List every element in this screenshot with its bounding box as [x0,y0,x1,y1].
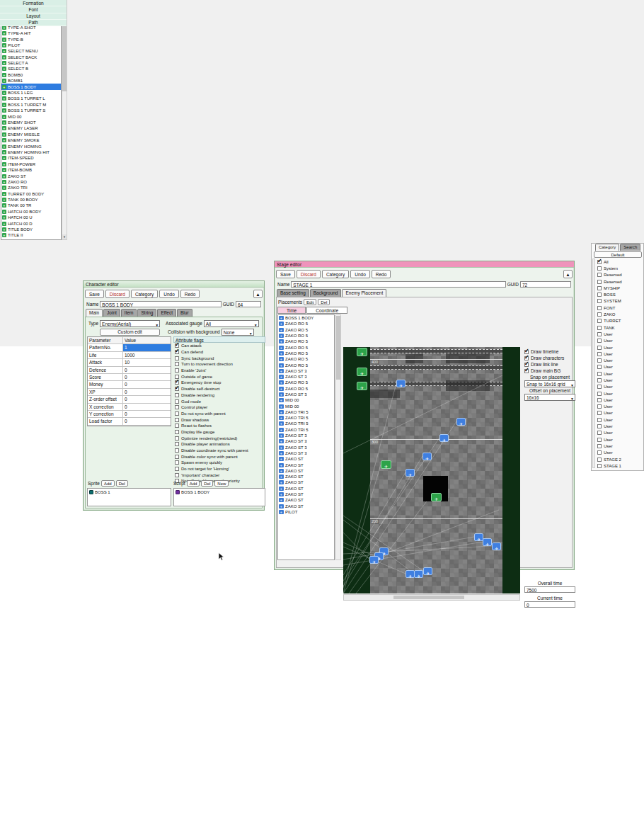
category-row[interactable]: TURRET [595,318,643,324]
placement-item[interactable]: ZAKO ST [278,486,334,492]
placement-item[interactable]: ZAKO TRI 5 [278,415,334,421]
placement-item[interactable]: ZAKO RO 5 [278,351,334,356]
flag-row[interactable]: Disable coordinate sync with parent [173,448,265,454]
flag-row[interactable]: God mode [173,398,265,404]
flag-checkbox[interactable] [175,473,179,477]
category-checkbox[interactable] [597,444,602,448]
category-checkbox[interactable] [597,292,602,297]
list-item[interactable]: SELECT B [1,66,61,72]
placement-item[interactable]: ZAKO ST 3 [278,374,334,380]
script-button[interactable]: Del [201,480,213,487]
category-checkbox[interactable] [597,352,602,356]
category-row[interactable]: TANK [595,324,643,331]
placement-item[interactable]: ZAKO TRI 5 [278,421,334,426]
placement-item[interactable]: ZAKO ST 3 [278,450,334,456]
draw-option-row[interactable]: Draw link line [524,361,575,368]
category-checkbox[interactable] [597,339,602,343]
flag-checkbox[interactable] [175,343,179,348]
scroll-thumb[interactable] [336,316,340,380]
list-item[interactable]: TITLE BODY [1,227,61,232]
flag-checkbox[interactable] [175,380,179,385]
category-checkbox[interactable] [597,358,602,363]
parameter-row[interactable]: Attack 10 [88,359,171,366]
category-list-scrollbar[interactable] [592,259,595,468]
parameter-value[interactable]: 0 [123,404,171,410]
category-checkbox[interactable] [597,458,602,462]
category-row[interactable]: User [595,397,643,403]
parameter-row[interactable]: Y correction 0 [88,411,171,418]
gauge-dropdown[interactable]: All [204,320,259,327]
placement-item[interactable]: ZAKO TRI 5 [278,409,334,415]
placement-item[interactable]: ZAKO ST [278,468,334,474]
category-checkbox[interactable] [597,438,602,442]
parameter-row[interactable]: Life 1000 [88,352,171,359]
flag-checkbox[interactable] [175,442,179,446]
placement-item[interactable]: ZAKO ST [278,456,334,462]
flag-row[interactable]: Display life gauge [173,429,265,436]
parameter-row[interactable]: Score 0 [88,374,171,381]
placement-button[interactable]: Del [318,299,330,305]
toolbar-button[interactable]: Undo [350,270,370,278]
offset-dropdown[interactable]: 16x16 [524,394,575,401]
list-item[interactable]: ENEMY HOMING [1,143,61,149]
placement-item[interactable]: BOSS 1 BODY [278,315,334,321]
flag-checkbox[interactable] [175,411,179,416]
category-checkbox[interactable] [597,398,602,402]
list-item[interactable]: SELECT BACK [1,55,61,60]
flag-row[interactable]: Do not sync with parent [173,411,265,417]
flag-row[interactable]: Spawn enemy quickly [173,460,265,466]
category-row[interactable]: User [595,390,643,397]
sidebar-bottom-button[interactable]: Font [0,6,67,13]
placement-item[interactable]: ZAKO ST 3 [278,445,334,450]
category-row[interactable]: User [595,357,643,363]
parameter-row[interactable]: Money 0 [88,381,171,388]
script-button[interactable]: Add [187,480,200,487]
placement-button[interactable]: Edit [304,299,316,305]
placement-item[interactable]: ZAKO ST [278,497,334,503]
editor-tab[interactable]: Background [310,289,342,297]
flag-row[interactable]: Outside of game [173,373,265,380]
enemy-placement-icon-blue[interactable] [456,418,466,426]
character-editor-titlebar[interactable]: Character editor [84,281,264,288]
canvas-horizontal-scrollbar[interactable] [343,594,520,601]
list-item[interactable]: ITEM-POWER [1,161,61,167]
placement-item[interactable]: MID 00 [278,403,334,409]
category-checkbox[interactable] [597,319,602,323]
category-row[interactable]: System [595,265,643,271]
flag-checkbox[interactable] [175,448,179,453]
placement-item[interactable]: ZAKO RO 5 [278,333,334,339]
flag-checkbox[interactable] [175,362,179,366]
parameter-value[interactable]: 0 [123,411,171,417]
list-item[interactable]: BOMB0 [1,72,61,78]
category-row[interactable]: User [595,364,643,370]
collision-dropdown[interactable]: None [222,329,254,336]
placement-item[interactable]: ZAKO ST [278,462,334,467]
category-checkbox[interactable] [597,404,602,409]
toolbar-button[interactable]: Category [131,290,158,298]
category-row[interactable]: FONT [595,305,643,311]
flag-row[interactable]: Control player [173,404,265,411]
list-item[interactable]: TYPE-B [1,36,61,42]
placement-item[interactable]: ZAKO ST 3 [278,368,334,374]
enemy-placement-icon-blue[interactable] [396,380,406,387]
stage-canvas[interactable]: 400300200 [343,347,520,593]
flag-checkbox[interactable] [175,405,179,409]
enemy-placement-icon-blue[interactable] [414,570,423,578]
editor-tab[interactable]: Base setting [277,289,309,297]
editor-tab[interactable]: Main [86,309,103,317]
draw-option-row[interactable]: Draw timeline [524,348,575,355]
list-item[interactable]: TANK 00 TR [1,203,61,208]
category-row[interactable]: User [595,351,643,357]
list-item[interactable]: ENEMY SMOKE [1,137,61,143]
enemy-placement-icon-blue[interactable] [422,453,432,460]
category-checkbox[interactable] [597,326,602,330]
category-checkbox[interactable] [597,346,602,350]
list-item[interactable]: TURRET 00 BODY [1,191,61,197]
toolbar-button[interactable]: Redo [180,290,200,298]
placement-item[interactable]: ZAKO RO 5 [278,339,334,344]
placement-item[interactable]: ZAKO RO 5 [278,380,334,385]
toolbar-button[interactable]: Discard [105,290,130,298]
flag-checkbox[interactable] [175,399,179,404]
category-row[interactable]: STAGE 2 [595,456,643,462]
category-checkbox[interactable] [597,431,602,435]
